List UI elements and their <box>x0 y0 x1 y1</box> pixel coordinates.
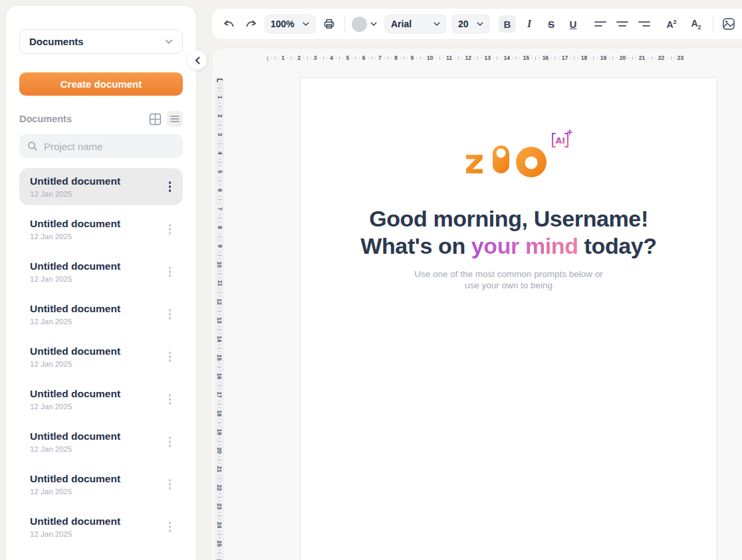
document-options-kebab-icon[interactable] <box>166 432 174 452</box>
align-left-button[interactable] <box>592 15 609 33</box>
document-title: Untitled document <box>30 175 120 187</box>
document-date: 12 Jan 2025 <box>30 530 120 538</box>
undo-button[interactable] <box>220 15 237 33</box>
document-title: Untitled document <box>30 218 120 230</box>
zio-logo-graphic: z <box>466 140 551 179</box>
document-title: Untitled document <box>30 388 120 400</box>
document-title: Untitled document <box>30 303 120 315</box>
image-icon <box>722 17 735 31</box>
zio-logo: z AI <box>466 140 551 179</box>
collection-select-value: Documents <box>29 36 84 47</box>
align-center-icon <box>616 19 628 29</box>
document-date: 12 Jan 2025 <box>30 403 120 411</box>
documents-section-label: Documents <box>19 114 72 124</box>
documents-section-header: Documents <box>19 111 183 127</box>
chevron-down-icon <box>477 22 483 27</box>
align-right-button[interactable] <box>636 15 653 33</box>
strikethrough-button[interactable]: S <box>543 15 560 33</box>
undo-icon <box>223 19 235 29</box>
documents-collection-select[interactable]: Documents <box>19 29 183 54</box>
document-options-kebab-icon[interactable] <box>166 347 174 367</box>
svg-text:AI: AI <box>556 136 565 145</box>
greeting-subtitle: Use one of the most common prompts below… <box>301 268 717 291</box>
font-size-select[interactable]: 20 <box>451 14 490 34</box>
document-options-kebab-icon[interactable] <box>166 517 174 537</box>
subscript-button[interactable]: A2 <box>686 15 706 33</box>
underline-button[interactable]: U <box>564 15 582 33</box>
document-options-kebab-icon[interactable] <box>166 390 174 409</box>
greeting-highlight: your mind <box>471 233 578 258</box>
document-list-item[interactable]: Untitled document 12 Jan 2025 <box>19 466 183 503</box>
zoom-select[interactable]: 100% <box>264 14 316 34</box>
document-list-item[interactable]: Untitled document 12 Jan 2025 <box>19 423 183 460</box>
document-date: 12 Jan 2025 <box>30 190 120 198</box>
document-title: Untitled document <box>30 473 120 485</box>
document-options-kebab-icon[interactable] <box>166 177 174 197</box>
document-list-item[interactable]: Untitled document 12 Jan 2025 <box>19 253 183 290</box>
align-left-icon <box>594 19 606 29</box>
greeting-line2-suffix: today? <box>578 233 657 258</box>
italic-button[interactable]: I <box>521 15 538 33</box>
document-search[interactable] <box>19 134 183 158</box>
redo-button[interactable] <box>242 15 259 33</box>
document-list-item[interactable]: Untitled document 12 Jan 2025 <box>19 381 183 418</box>
toolbar-divider <box>713 15 713 33</box>
greeting-line2-prefix: What's on <box>360 233 471 258</box>
redo-icon <box>245 19 257 29</box>
document-list: Untitled document 12 Jan 2025 Untitled d… <box>19 168 183 545</box>
align-center-button[interactable] <box>614 15 631 33</box>
document-title: Untitled document <box>30 430 120 442</box>
document-title: Untitled document <box>30 345 120 357</box>
horizontal-ruler: (1234567891011121314151617181920212223 <box>267 53 684 62</box>
print-button[interactable] <box>320 15 338 33</box>
printer-icon <box>322 17 336 31</box>
document-date: 12 Jan 2025 <box>30 445 120 453</box>
search-icon <box>27 141 38 151</box>
font-family-select[interactable]: Arial <box>384 14 447 34</box>
text-color-select[interactable] <box>352 17 377 32</box>
document-title: Untitled document <box>30 260 120 272</box>
document-list-item[interactable]: Untitled document 12 Jan 2025 <box>19 508 183 545</box>
bold-button[interactable]: B <box>499 15 516 33</box>
svg-text:z: z <box>466 141 484 179</box>
superscript-button[interactable]: A2 <box>662 15 681 33</box>
document-page[interactable]: z AI <box>300 77 717 560</box>
font-family-value: Arial <box>391 19 412 29</box>
document-date: 12 Jan 2025 <box>30 360 120 368</box>
sidebar: Documents Create document Documents <box>5 5 197 560</box>
zoom-value: 100% <box>271 19 295 29</box>
chevron-down-icon <box>165 39 173 45</box>
align-right-icon <box>638 19 650 29</box>
search-input[interactable] <box>44 141 175 152</box>
document-options-kebab-icon[interactable] <box>166 262 174 282</box>
greeting-heading: Good morning, Username! What's on your m… <box>301 205 717 260</box>
vertical-ruler-ticks: 1234567891011121314151617181920212223242… <box>215 84 224 560</box>
chevron-down-icon <box>303 22 309 27</box>
document-options-kebab-icon[interactable] <box>166 220 174 239</box>
insert-image-button[interactable] <box>720 15 737 33</box>
document-date: 12 Jan 2025 <box>30 318 120 326</box>
grid-view-icon <box>149 113 162 126</box>
list-view-icon <box>170 115 180 123</box>
document-list-item[interactable]: Untitled document 12 Jan 2025 <box>19 168 183 205</box>
formatting-toolbar: 100% Arial 20 B I S U <box>211 8 742 40</box>
document-date: 12 Jan 2025 <box>30 488 120 496</box>
chevron-down-icon <box>433 22 440 27</box>
document-options-kebab-icon[interactable] <box>166 475 174 494</box>
chevron-left-icon <box>195 56 200 64</box>
grid-view-button[interactable] <box>147 111 163 127</box>
greeting-line1: Good morning, Username! <box>369 206 648 231</box>
document-options-kebab-icon[interactable] <box>166 305 174 324</box>
toolbar-divider <box>344 15 345 33</box>
document-list-item[interactable]: Untitled document 12 Jan 2025 <box>19 211 183 248</box>
document-date: 12 Jan 2025 <box>30 233 120 240</box>
sidebar-collapse-button[interactable] <box>187 50 207 70</box>
document-date: 12 Jan 2025 <box>30 275 120 283</box>
editor-canvas: (1234567891011121314151617181920212223 1… <box>211 48 742 560</box>
list-view-button[interactable] <box>167 111 183 127</box>
chevron-down-icon <box>370 22 377 27</box>
document-list-item[interactable]: Untitled document 12 Jan 2025 <box>19 338 183 375</box>
create-document-button[interactable]: Create document <box>19 72 183 96</box>
document-list-item[interactable]: Untitled document 12 Jan 2025 <box>19 296 183 333</box>
margin-marker-icon <box>217 78 223 83</box>
